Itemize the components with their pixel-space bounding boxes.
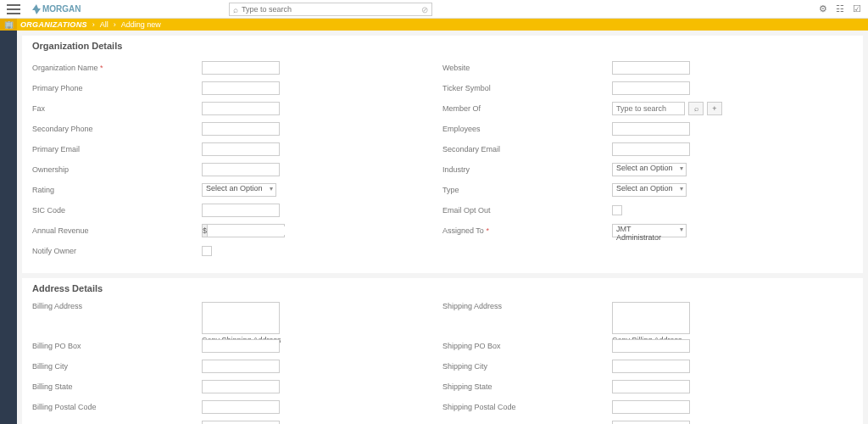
fax-input[interactable] [202,102,280,115]
primary-phone-input[interactable] [202,81,280,95]
primary-email-label: Primary Email [32,145,202,153]
ownership-input[interactable] [202,163,280,176]
member-search-button[interactable]: ⌕ [688,102,704,115]
annual-revenue-label: Annual Revenue [32,226,202,235]
billing-city-input[interactable] [202,360,280,373]
email-opt-label: Email Opt Out [442,206,612,215]
ticker-input[interactable] [612,81,690,95]
billing-postal-label: Billing Postal Code [32,403,202,411]
billing-po-label: Billing PO Box [32,342,202,350]
gear-icon[interactable]: ⚙ [819,3,827,14]
shipping-state-label: Shipping State [442,382,612,391]
industry-select[interactable]: Select an Option [612,163,687,176]
primary-email-input[interactable] [202,142,280,156]
shipping-po-input[interactable] [612,339,690,353]
shipping-address-label: Shipping Address [442,302,612,310]
plus-icon: + [712,104,716,113]
secondary-email-label: Secondary Email [442,145,612,153]
employees-label: Employees [442,125,612,133]
billing-address-label: Billing Address [32,302,202,310]
shipping-postal-label: Shipping Postal Code [442,403,612,411]
billing-state-input[interactable] [202,380,280,393]
billing-po-input[interactable] [202,339,280,353]
employees-input[interactable] [612,122,690,136]
shipping-city-label: Shipping City [442,362,612,371]
billing-country-input[interactable] [202,421,280,424]
module-icon[interactable]: 🏢 [0,19,17,31]
assigned-to-select[interactable]: JMT Administrator [612,224,687,237]
type-label: Type [442,186,612,194]
side-rail [0,31,17,424]
logo: MORGAN [32,4,81,14]
website-input[interactable] [612,61,690,75]
ownership-label: Ownership [32,165,202,174]
breadcrumb-current: Adding new [121,20,161,29]
notify-owner-checkbox[interactable] [202,246,212,256]
website-label: Website [442,64,612,72]
secondary-phone-label: Secondary Phone [32,125,202,133]
shipping-state-input[interactable] [612,380,690,393]
address-details-section: Address Details Billing Address Copy Shi… [22,278,863,424]
fax-label: Fax [32,104,202,113]
global-search[interactable]: ⌕ ⊘ [229,3,432,16]
checklist-icon[interactable]: ☑ [853,3,861,14]
logo-text: MORGAN [42,4,81,14]
shipping-city-input[interactable] [612,360,690,373]
org-name-input[interactable] [202,61,280,75]
email-opt-checkbox[interactable] [612,205,622,215]
page-title: Organization Details [32,41,853,51]
org-name-label: Organization Name [32,64,202,72]
type-select[interactable]: Select an Option [612,183,687,197]
search-input[interactable] [242,5,421,14]
notify-owner-label: Notify Owner [32,247,202,255]
shipping-country-input[interactable] [612,421,690,424]
industry-label: Industry [442,165,612,174]
shipping-address-input[interactable] [612,302,690,334]
breadcrumb-module[interactable]: ORGANIZATIONS [20,20,87,29]
member-add-button[interactable]: + [707,102,722,115]
breadcrumb-all[interactable]: All [100,20,108,29]
calendar-icon[interactable]: ☷ [836,3,844,14]
primary-phone-label: Primary Phone [32,84,202,92]
sic-label: SIC Code [32,206,202,215]
secondary-email-input[interactable] [612,142,690,156]
breadcrumb: 🏢 ORGANIZATIONS › All › Adding new [0,19,868,31]
rating-label: Rating [32,186,202,194]
clear-search-icon[interactable]: ⊘ [421,5,428,14]
sic-input[interactable] [202,204,280,217]
secondary-phone-input[interactable] [202,122,280,136]
main-menu-button[interactable] [7,0,27,19]
shipping-postal-input[interactable] [612,400,690,414]
section-title: Address Details [32,283,853,293]
organization-details-section: Organization Details Organization Name P… [22,36,863,273]
ticker-label: Ticker Symbol [442,84,612,92]
search-icon: ⌕ [694,104,698,113]
rating-select[interactable]: Select an Option [202,183,276,197]
member-of-input[interactable] [612,102,685,115]
member-of-label: Member Of [442,104,612,113]
assigned-to-label: Assigned To [442,226,612,235]
search-icon: ⌕ [233,5,238,14]
shipping-po-label: Shipping PO Box [442,342,612,350]
billing-city-label: Billing City [32,362,202,371]
annual-revenue-input[interactable]: $ [202,224,285,237]
billing-address-input[interactable] [202,302,280,334]
billing-postal-input[interactable] [202,400,280,414]
billing-state-label: Billing State [32,382,202,391]
